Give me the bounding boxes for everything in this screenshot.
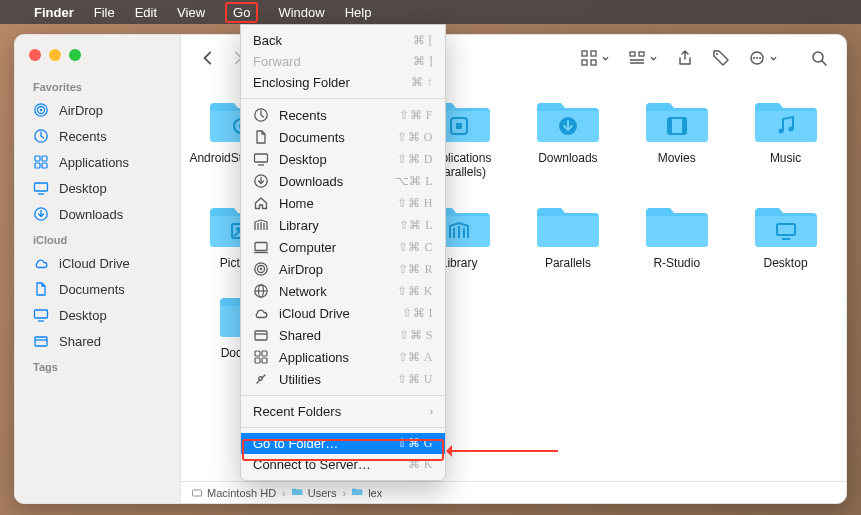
folder-label: Library: [441, 256, 478, 270]
shortcut: ⌘ [: [413, 33, 434, 48]
shortcut: ⌘ ↑: [411, 75, 434, 90]
folder-icon: [753, 93, 819, 145]
menu-edit[interactable]: Edit: [135, 5, 157, 20]
sidebar-downloads[interactable]: Downloads: [15, 202, 180, 226]
path-crumb[interactable]: Macintosh HD: [191, 487, 276, 499]
menu-item-label: Library: [279, 218, 319, 233]
sidebar-recents[interactable]: Recents: [15, 124, 180, 148]
svg-rect-18: [591, 60, 596, 65]
menu-help[interactable]: Help: [345, 5, 372, 20]
menu-file[interactable]: File: [94, 5, 115, 20]
sidebar-item-label: AirDrop: [59, 103, 103, 118]
menu-desktop[interactable]: Desktop⇧⌘ D: [241, 148, 445, 170]
menu-item-label: Computer: [279, 240, 336, 255]
menu-airdrop[interactable]: AirDrop⇧⌘ R: [241, 258, 445, 280]
icloud-heading: iCloud: [15, 228, 180, 249]
menu-item-label: Recents: [279, 108, 327, 123]
folder-item[interactable]: Movies: [625, 93, 729, 180]
sidebar-documents[interactable]: Documents: [15, 277, 180, 301]
menu-item-label: Downloads: [279, 174, 343, 189]
go-menu-dropdown: Back⌘ [ Forward⌘ ] Enclosing Folder⌘ ↑ R…: [240, 24, 446, 481]
util-icon: [253, 371, 269, 387]
sidebar: Favorites AirDrop Recents Applications D…: [15, 35, 181, 503]
app-name[interactable]: Finder: [34, 5, 74, 20]
back-button[interactable]: [199, 49, 217, 67]
close-button[interactable]: [29, 49, 41, 61]
sidebar-applications[interactable]: Applications: [15, 150, 180, 174]
action-button[interactable]: [748, 49, 778, 67]
svg-rect-16: [591, 51, 596, 56]
menu-library[interactable]: Library⇧⌘ L: [241, 214, 445, 236]
shortcut: ⌘ ]: [413, 54, 434, 69]
menu-window[interactable]: Window: [278, 5, 324, 20]
search-button[interactable]: [810, 49, 828, 67]
desktop-icon: [253, 151, 269, 167]
shortcut: ⇧⌘ O: [397, 130, 433, 145]
menu-separator: [241, 427, 445, 428]
menu-view[interactable]: View: [177, 5, 205, 20]
folder-icon: [753, 198, 819, 250]
menu-recent-folders[interactable]: Recent Folders›: [241, 401, 445, 422]
menu-connect-server[interactable]: Connect to Server…⌘ K: [241, 454, 445, 475]
annotation-arrow: [448, 450, 558, 452]
minimize-button[interactable]: [49, 49, 61, 61]
folder-item[interactable]: Desktop: [734, 198, 838, 270]
menu-shared[interactable]: Shared⇧⌘ S: [241, 324, 445, 346]
svg-point-25: [759, 57, 761, 59]
menu-applications[interactable]: Applications⇧⌘ A: [241, 346, 445, 368]
menu-item-label: Network: [279, 284, 327, 299]
shortcut: ⇧⌘ U: [397, 372, 433, 387]
folder-item[interactable]: Music: [734, 93, 838, 180]
menu-downloads[interactable]: Downloads⌥⌘ L: [241, 170, 445, 192]
apps-icon: [33, 154, 49, 170]
menu-separator: [241, 98, 445, 99]
menu-item-label: Forward: [253, 54, 301, 69]
menu-utilities[interactable]: Utilities⇧⌘ U: [241, 368, 445, 390]
menu-go-to-folder[interactable]: Go to Folder…⇧⌘ G: [241, 433, 445, 454]
menu-item-label: Enclosing Folder: [253, 75, 350, 90]
share-button[interactable]: [676, 49, 694, 67]
sidebar-desktop-icloud[interactable]: Desktop: [15, 303, 180, 327]
menu-computer[interactable]: Computer⇧⌘ C: [241, 236, 445, 258]
menu-network[interactable]: Network⇧⌘ K: [241, 280, 445, 302]
chevron-right-icon: ›: [430, 406, 433, 417]
sidebar-icloud-drive[interactable]: iCloud Drive: [15, 251, 180, 275]
menu-recents[interactable]: Recents⇧⌘ F: [241, 104, 445, 126]
favorites-heading: Favorites: [15, 75, 180, 96]
menu-go[interactable]: Go: [225, 2, 258, 23]
folder-label: Music: [770, 151, 801, 165]
folder-item[interactable]: Parallels: [516, 198, 620, 270]
menu-item-label: Connect to Server…: [253, 457, 371, 472]
menu-separator: [241, 395, 445, 396]
menu-enclosing[interactable]: Enclosing Folder⌘ ↑: [241, 72, 445, 93]
sidebar-shared[interactable]: Shared: [15, 329, 180, 353]
sidebar-desktop[interactable]: Desktop: [15, 176, 180, 200]
folder-label: Movies: [658, 151, 696, 165]
doc-icon: [33, 281, 49, 297]
tag-button[interactable]: [712, 49, 730, 67]
crumb-label: Macintosh HD: [207, 487, 276, 499]
group-button[interactable]: [628, 49, 658, 67]
sidebar-item-label: iCloud Drive: [59, 256, 130, 271]
folder-icon: [535, 198, 601, 250]
sidebar-airdrop[interactable]: AirDrop: [15, 98, 180, 122]
folder-item[interactable]: Downloads: [516, 93, 620, 180]
zoom-button[interactable]: [69, 49, 81, 61]
crumb-label: lex: [368, 487, 382, 499]
folder-item[interactable]: R-Studio: [625, 198, 729, 270]
shortcut: ⌥⌘ L: [395, 174, 433, 189]
tags-heading: Tags: [15, 355, 180, 376]
menu-home[interactable]: Home⇧⌘ H: [241, 192, 445, 214]
menu-documents[interactable]: Documents⇧⌘ O: [241, 126, 445, 148]
svg-point-38: [788, 127, 793, 132]
computer-icon: [253, 239, 269, 255]
menu-back[interactable]: Back⌘ [: [241, 30, 445, 51]
folder-icon: [535, 93, 601, 145]
path-crumb[interactable]: Users: [292, 487, 337, 499]
view-mode-button[interactable]: [580, 49, 610, 67]
clock-icon: [33, 128, 49, 144]
menu-icloud-drive[interactable]: iCloud Drive⇧⌘ I: [241, 302, 445, 324]
svg-rect-20: [639, 52, 644, 56]
doc-icon: [253, 129, 269, 145]
path-crumb[interactable]: lex: [352, 487, 382, 499]
